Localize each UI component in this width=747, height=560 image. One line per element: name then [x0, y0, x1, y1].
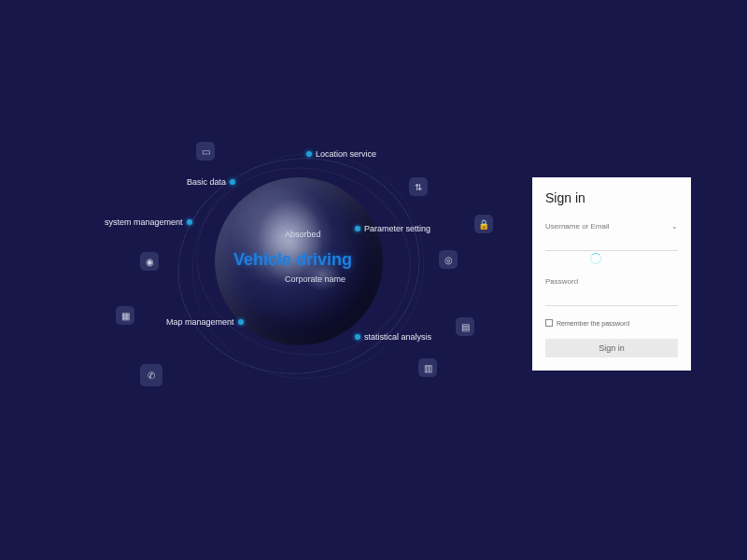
dot-icon — [238, 319, 244, 325]
phone-icon: ✆ — [140, 364, 162, 386]
label-text: Location service — [316, 149, 376, 159]
chevron-down-icon[interactable]: ⌄ — [671, 222, 678, 231]
checkbox-box-icon — [545, 319, 553, 327]
hero-subtitle-top: Absorbed — [285, 230, 321, 239]
signin-button[interactable]: Sign in — [545, 339, 678, 357]
label-system-management: system management — [105, 217, 192, 227]
hero-subtitle-bottom: Corporate name — [285, 274, 345, 284]
route-icon: ⇅ — [409, 177, 428, 196]
lock-icon: 🔒 — [474, 215, 493, 233]
loading-spinner-icon — [590, 253, 601, 264]
username-field: Username or Email ⌄ — [545, 222, 678, 264]
label-location-service: Location service — [306, 149, 376, 159]
remember-checkbox[interactable]: Remember the password — [545, 319, 678, 327]
label-map-management: Map management — [166, 317, 244, 327]
label-text: Parameter setting — [364, 224, 430, 233]
username-input[interactable] — [545, 235, 678, 251]
bars-icon: ▥ — [418, 358, 437, 377]
dot-icon — [355, 226, 360, 231]
dot-icon — [306, 151, 312, 157]
dot-icon — [230, 179, 235, 185]
password-field: Password — [545, 277, 678, 306]
password-input[interactable] — [545, 290, 678, 306]
label-text: Map management — [166, 317, 234, 327]
login-card: Sign in Username or Email ⌄ Password Rem… — [532, 177, 691, 371]
monitor-icon: ▭ — [196, 142, 215, 161]
hero-globe-area: ▭ ⇅ 🔒 ◉ ▦ ◎ ▤ ✆ ▥ Location service Basic… — [93, 131, 467, 448]
hero-title: Vehicle driving — [233, 250, 352, 270]
login-title: Sign in — [545, 190, 678, 205]
label-parameter-setting: Parameter setting — [355, 224, 430, 233]
label-text: system management — [105, 217, 183, 227]
remember-label: Remember the password — [557, 320, 629, 327]
username-label: Username or Email — [545, 222, 678, 231]
camera-icon: ◎ — [439, 250, 458, 269]
label-text: statistical analysis — [364, 332, 431, 342]
label-text: Basic data — [187, 177, 226, 187]
dot-icon — [187, 219, 192, 225]
pin-icon: ◉ — [140, 252, 159, 271]
dot-icon — [355, 334, 360, 340]
label-basic-data: Basic data — [187, 177, 235, 187]
doc-icon: ▤ — [456, 317, 474, 336]
grid-icon: ▦ — [116, 306, 134, 325]
password-label: Password — [545, 277, 678, 286]
label-statistical-analysis: statistical analysis — [355, 332, 431, 342]
